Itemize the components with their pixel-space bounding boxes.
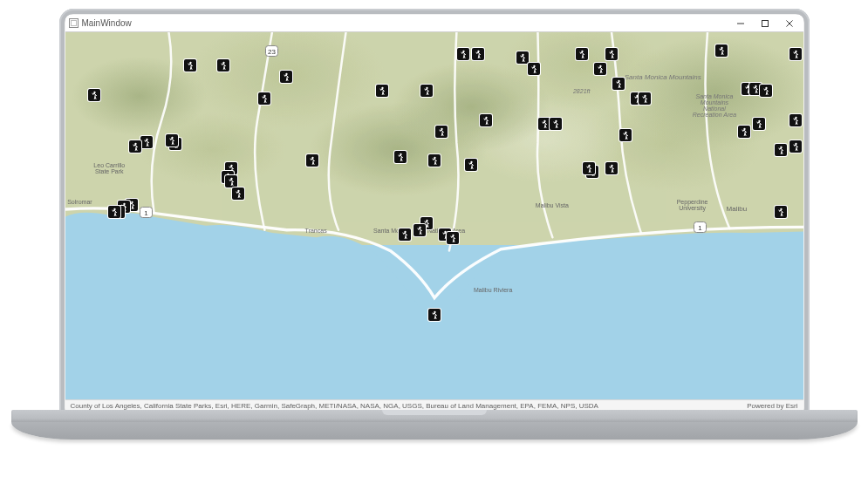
hiker-icon	[776, 146, 785, 154]
hiker-icon	[540, 119, 549, 128]
trailhead-marker[interactable]	[108, 206, 120, 218]
trailhead-marker[interactable]	[225, 175, 237, 187]
hiker-icon	[131, 142, 140, 151]
trailhead-marker[interactable]	[217, 59, 229, 72]
titlebar: MainWindow	[65, 15, 803, 32]
svg-rect-1	[71, 21, 76, 26]
trailhead-marker[interactable]	[428, 154, 441, 167]
trailhead-marker[interactable]	[184, 59, 196, 72]
hiker-icon	[459, 50, 468, 58]
hiker-icon	[791, 116, 800, 125]
trailhead-marker[interactable]	[583, 162, 595, 174]
hiker-icon	[740, 127, 748, 136]
hiker-icon	[530, 65, 538, 73]
trailhead-marker[interactable]	[738, 126, 750, 138]
hiker-icon	[596, 65, 605, 73]
hiker-icon	[751, 85, 760, 93]
trailhead-marker[interactable]	[435, 126, 448, 138]
trailhead-marker[interactable]	[612, 78, 625, 90]
hiker-icon	[640, 94, 649, 103]
hiker-icon	[762, 86, 770, 95]
hiker-icon	[260, 94, 269, 103]
app-icon	[69, 18, 79, 28]
hiker-icon	[474, 50, 482, 58]
maximize-button[interactable]	[753, 16, 777, 31]
hiker-icon	[396, 153, 405, 161]
trailhead-marker[interactable]	[480, 114, 492, 126]
trailhead-marker[interactable]	[447, 232, 459, 244]
hiker-icon	[607, 50, 616, 58]
laptop-screen-frame: MainWindow	[59, 9, 810, 419]
trailhead-marker[interactable]	[465, 159, 477, 171]
trailhead-marker[interactable]	[775, 206, 787, 218]
hiker-icon	[621, 131, 630, 140]
hiker-icon	[776, 208, 785, 216]
trailhead-marker[interactable]	[576, 48, 588, 60]
app-window: MainWindow	[65, 15, 803, 412]
trailhead-marker[interactable]	[789, 140, 802, 153]
window-title: MainWindow	[82, 18, 132, 28]
map-place-label: Malibu Riviera	[474, 286, 512, 292]
hiker-icon	[584, 164, 593, 173]
trailhead-marker[interactable]	[775, 144, 787, 156]
trailhead-marker[interactable]	[376, 85, 388, 97]
trailhead-marker[interactable]	[789, 48, 802, 60]
hiker-icon	[482, 116, 490, 125]
trailhead-marker[interactable]	[258, 92, 270, 105]
trailhead-marker[interactable]	[753, 118, 765, 130]
hiker-icon	[430, 156, 439, 165]
trailhead-marker[interactable]	[550, 118, 562, 130]
hiker-icon	[378, 86, 386, 95]
hiker-icon	[142, 138, 151, 147]
trailhead-marker[interactable]	[428, 309, 441, 321]
hiker-icon	[430, 310, 439, 319]
hiker-icon	[110, 208, 119, 216]
hiker-icon	[437, 127, 446, 136]
trailhead-marker[interactable]	[232, 187, 244, 200]
trailhead-marker[interactable]	[516, 51, 529, 64]
trailhead-marker[interactable]	[639, 92, 651, 105]
trailhead-marker[interactable]	[760, 85, 772, 97]
laptop-base	[42, 410, 827, 445]
hiker-icon	[578, 50, 586, 58]
trailhead-marker[interactable]	[306, 154, 318, 167]
trailhead-marker[interactable]	[399, 228, 411, 241]
trailhead-marker[interactable]	[472, 48, 484, 60]
trailhead-marker[interactable]	[413, 224, 426, 236]
hiker-icon	[234, 189, 243, 198]
hiker-icon	[167, 136, 176, 145]
trailhead-marker[interactable]	[394, 151, 407, 163]
trailhead-marker[interactable]	[140, 136, 153, 148]
trailhead-marker[interactable]	[166, 134, 178, 147]
trailhead-marker[interactable]	[88, 89, 100, 101]
trailhead-marker[interactable]	[528, 63, 540, 75]
hiker-icon	[551, 119, 560, 128]
hiker-icon	[791, 142, 800, 151]
hiker-icon	[415, 226, 424, 235]
hiker-icon	[308, 156, 317, 165]
trailhead-marker[interactable]	[605, 162, 618, 174]
trailhead-marker[interactable]	[789, 114, 802, 126]
map-view[interactable]: Santa Monica MountainsSanta MonicaMounta…	[65, 32, 803, 399]
hiker-icon	[467, 160, 475, 169]
trailhead-marker[interactable]	[594, 63, 606, 75]
trailhead-marker[interactable]	[619, 129, 632, 141]
close-button[interactable]	[777, 16, 802, 31]
hiker-icon	[400, 230, 409, 239]
trailhead-marker[interactable]	[457, 48, 469, 60]
hiker-icon	[219, 61, 228, 70]
hiker-icon	[422, 86, 431, 95]
trailhead-marker[interactable]	[420, 85, 433, 97]
trailhead-marker[interactable]	[280, 71, 292, 83]
hiker-icon	[227, 177, 236, 186]
minimize-button[interactable]	[728, 16, 753, 31]
hiker-icon	[755, 119, 763, 128]
hiker-icon	[717, 46, 726, 55]
hiker-icon	[186, 61, 195, 70]
hiker-icon	[448, 234, 457, 242]
trailhead-marker[interactable]	[715, 44, 728, 57]
trailhead-marker[interactable]	[605, 48, 618, 60]
trailhead-marker[interactable]	[129, 140, 141, 153]
hiker-icon	[791, 50, 800, 58]
svg-rect-3	[762, 20, 768, 26]
